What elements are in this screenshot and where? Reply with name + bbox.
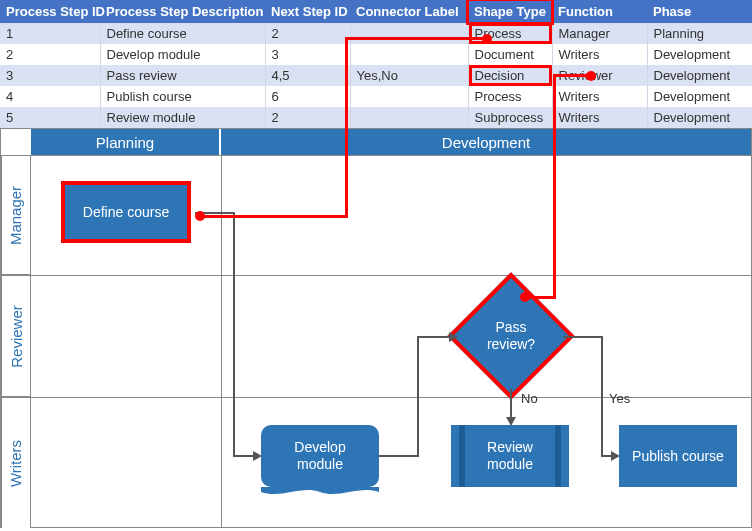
cell[interactable]: 5 <box>0 107 100 128</box>
cell[interactable]: 2 <box>265 107 350 128</box>
callout-line <box>553 74 556 298</box>
shape-label: Define course <box>83 204 169 221</box>
cell[interactable]: Yes,No <box>350 65 468 86</box>
th-step-desc[interactable]: Process Step Description <box>100 0 265 23</box>
cell[interactable]: Define course <box>100 23 265 44</box>
cell[interactable] <box>350 86 468 107</box>
shape-develop-module[interactable]: Develop module <box>261 425 379 487</box>
phase-divider <box>221 155 222 527</box>
table-row[interactable]: 1 Define course 2 Process Manager Planni… <box>0 23 752 44</box>
document-wave-icon <box>261 487 379 497</box>
cell[interactable]: Writers <box>552 107 647 128</box>
cell[interactable]: Document <box>468 44 552 65</box>
callout-line <box>345 37 348 217</box>
phase-header-planning: Planning <box>31 129 221 155</box>
callout-dot <box>482 34 492 44</box>
cell[interactable]: Development <box>647 86 752 107</box>
cell[interactable]: Pass review <box>100 65 265 86</box>
callout-line <box>345 37 485 40</box>
table-header-row: Process Step ID Process Step Description… <box>0 0 752 23</box>
cell[interactable]: Process <box>468 86 552 107</box>
cell[interactable]: Development <box>647 107 752 128</box>
table-row[interactable]: 5 Review module 2 Subprocess Writers Dev… <box>0 107 752 128</box>
cell[interactable] <box>350 23 468 44</box>
connector <box>233 212 235 456</box>
phase-header-development: Development <box>221 129 751 155</box>
th-shape-type[interactable]: Shape Type <box>468 0 552 23</box>
cell[interactable]: 3 <box>265 44 350 65</box>
cell[interactable]: Subprocess <box>468 107 552 128</box>
lane-label-manager: Manager <box>1 155 31 275</box>
lane-label-writers: Writers <box>1 397 31 528</box>
shape-label: Publish course <box>632 448 724 465</box>
process-table: Process Step ID Process Step Description… <box>0 0 752 128</box>
connector <box>417 336 419 457</box>
cell[interactable]: Develop module <box>100 44 265 65</box>
cell[interactable]: 2 <box>265 23 350 44</box>
arrow-icon <box>449 332 458 342</box>
cell[interactable]: 6 <box>265 86 350 107</box>
cell[interactable]: 3 <box>0 65 100 86</box>
connector-label-no: No <box>521 391 538 406</box>
shape-review-module[interactable]: Review module <box>451 425 569 487</box>
connector <box>233 455 253 457</box>
th-step-id[interactable]: Process Step ID <box>0 0 100 23</box>
shape-label: Review module <box>487 439 533 473</box>
cell[interactable]: 4,5 <box>265 65 350 86</box>
callout-line <box>198 215 348 218</box>
cell[interactable]: Review module <box>100 107 265 128</box>
callout-line <box>553 74 589 77</box>
arrow-icon <box>506 417 516 426</box>
swimlane-diagram: Planning Development Manager Reviewer Wr… <box>0 128 752 528</box>
callout-dot <box>195 211 205 221</box>
shape-define-course[interactable]: Define course <box>61 181 191 243</box>
th-phase[interactable]: Phase <box>647 0 752 23</box>
lane-label-reviewer: Reviewer <box>1 275 31 397</box>
connector <box>417 336 449 338</box>
arrow-icon <box>611 451 620 461</box>
lane-bg <box>31 275 751 397</box>
cell[interactable]: Writers <box>552 86 647 107</box>
cell[interactable]: 1 <box>0 23 100 44</box>
cell-shape-type[interactable]: Decision <box>468 65 552 86</box>
th-next-id[interactable]: Next Step ID <box>265 0 350 23</box>
cell[interactable]: Development <box>647 65 752 86</box>
table-row[interactable]: 4 Publish course 6 Process Writers Devel… <box>0 86 752 107</box>
cell[interactable]: 2 <box>0 44 100 65</box>
cell[interactable] <box>350 44 468 65</box>
connector-label-yes: Yes <box>609 391 630 406</box>
connector <box>379 455 419 457</box>
cell[interactable] <box>350 107 468 128</box>
th-conn-label[interactable]: Connector Label <box>350 0 468 23</box>
callout-dot <box>586 71 596 81</box>
th-function[interactable]: Function <box>552 0 647 23</box>
callout-dot <box>520 292 530 302</box>
connector <box>563 336 603 338</box>
cell-shape-type[interactable]: Process <box>468 23 552 44</box>
cell[interactable]: Planning <box>647 23 752 44</box>
cell[interactable]: 4 <box>0 86 100 107</box>
cell[interactable]: Development <box>647 44 752 65</box>
cell[interactable]: Writers <box>552 44 647 65</box>
table-row[interactable]: 2 Develop module 3 Document Writers Deve… <box>0 44 752 65</box>
connector <box>510 389 512 419</box>
shape-label: Develop module <box>294 439 345 473</box>
cell[interactable]: Manager <box>552 23 647 44</box>
table-row[interactable]: 3 Pass review 4,5 Yes,No Decision Review… <box>0 65 752 86</box>
connector <box>601 336 603 456</box>
shape-publish-course[interactable]: Publish course <box>619 425 737 487</box>
cell[interactable]: Publish course <box>100 86 265 107</box>
arrow-icon <box>253 451 262 461</box>
